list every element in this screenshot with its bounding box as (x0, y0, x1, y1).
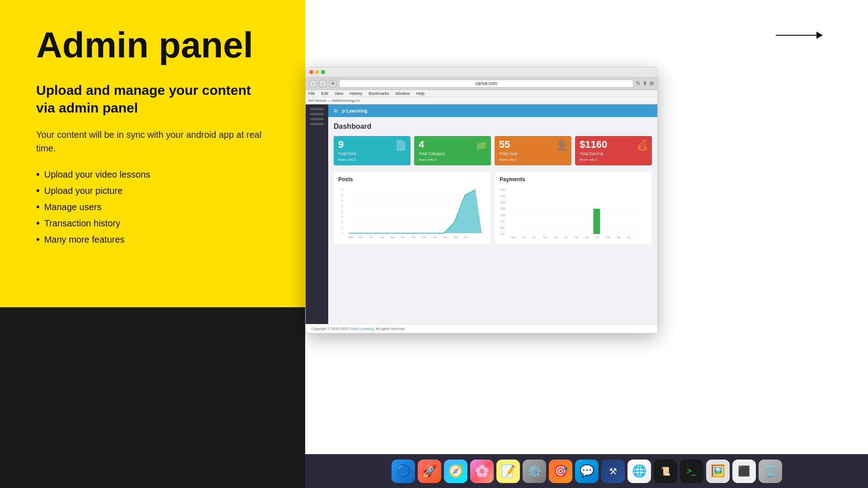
posts-chart-title: Posts (338, 176, 486, 183)
mac-dock: 🔵 🚀 🧭 🌸 📝 ⚙️ 🎯 💬 ⚒ 🌐 📜 >_ 🖼️ ⬛ 🗑️ (305, 454, 868, 488)
browser-toolbar: ‹ › ⊡ canva.com ↻ ⬆ ⊞ (306, 77, 657, 90)
svg-text:6: 6 (341, 205, 343, 207)
feature-item-4: Transaction history (36, 215, 269, 231)
menu-view[interactable]: View (335, 91, 343, 96)
hamburger-icon[interactable]: ≡ (334, 107, 337, 114)
sidebar-icon-3[interactable] (310, 118, 324, 120)
maximize-button[interactable] (321, 70, 325, 74)
svg-text:7: 7 (341, 199, 343, 202)
dock-focus[interactable]: 🎯 (549, 460, 572, 483)
stat-label-earning: Total Earning (580, 151, 647, 156)
sidebar-icon-4[interactable] (310, 123, 324, 125)
svg-text:2000: 2000 (500, 188, 505, 191)
dock-launchpad[interactable]: 🚀 (418, 460, 441, 483)
svg-text:1500: 1500 (500, 201, 505, 204)
stat-card-category: 4 Total Category More Info ℹ 📁 (414, 136, 491, 165)
menu-window[interactable]: Window (395, 91, 410, 96)
menu-edit[interactable]: Edit (321, 91, 329, 96)
sidebar-icon-1[interactable] (310, 108, 324, 110)
menu-bookmarks[interactable]: Bookmarks (368, 91, 389, 96)
svg-text:Nov: Nov (412, 236, 416, 239)
forward-button[interactable]: › (319, 80, 326, 87)
svg-text:Mar: Mar (617, 236, 621, 239)
dock-qr[interactable]: ⬛ (732, 460, 756, 483)
sidebar-icon-2[interactable] (310, 113, 324, 115)
feature-item-2: Upload your picture (36, 183, 269, 199)
back-button[interactable]: ‹ (309, 80, 316, 87)
menu-history[interactable]: History (349, 91, 362, 96)
description: Your content will be in sync with your a… (36, 128, 269, 155)
stat-cards: 9 Total Post More Info ℹ 📄 4 Total Categ… (334, 136, 652, 165)
share-button[interactable]: ⬆ (643, 80, 647, 86)
left-panel: Admin panel Upload and manage your conte… (0, 0, 305, 488)
reload-button[interactable]: ↻ (636, 80, 640, 86)
svg-text:5: 5 (341, 210, 343, 213)
stat-icon-posts: 📄 (395, 140, 407, 151)
svg-rect-46 (593, 209, 600, 234)
dock-preview[interactable]: 🖼️ (706, 460, 730, 483)
svg-text:Sep: Sep (391, 236, 395, 239)
stat-more-earning[interactable]: More Info ℹ (580, 158, 647, 162)
dock-xcode[interactable]: ⚒ (601, 460, 625, 483)
svg-text:Mar: Mar (454, 236, 458, 239)
dashboard-area: Dashboard 9 Total Post More Info ℹ 📄 4 T… (328, 117, 657, 249)
stat-more-posts[interactable]: More Info ℹ (338, 158, 406, 162)
browser-window: ‹ › ⊡ canva.com ↻ ⬆ ⊞ File Edit View His… (305, 67, 658, 333)
dock-notes[interactable]: 📝 (496, 460, 520, 483)
close-button[interactable] (309, 70, 313, 74)
stat-label-users: Total User (499, 151, 567, 156)
admin-footer: Copyright © 2020-2022 Video Learning. Al… (328, 324, 657, 333)
dock-safari[interactable]: 🧭 (444, 460, 467, 483)
svg-text:Apr: Apr (464, 236, 468, 239)
svg-text:2: 2 (341, 226, 343, 229)
menu-help[interactable]: Help (416, 91, 425, 96)
menu-file[interactable]: File (308, 91, 315, 96)
feature-list: Upload your video lessons Upload your pi… (36, 166, 269, 248)
dock-notes2[interactable]: 📜 (654, 460, 677, 483)
subtitle: Upload and manage your content via admin… (36, 81, 269, 117)
yellow-section: Admin panel Upload and manage your conte… (0, 0, 305, 307)
svg-text:Sep: Sep (554, 236, 558, 239)
payments-chart-area: 2000 1750 1500 1250 1000 750 500 250 (500, 186, 647, 240)
svg-text:Jun: Jun (359, 236, 363, 239)
payments-chart-title: Payments (500, 176, 647, 183)
browser-titlebar (306, 67, 657, 77)
arrow-decoration (776, 32, 823, 39)
svg-text:Jul: Jul (533, 236, 535, 239)
dock-finder[interactable]: 🔵 (392, 460, 415, 483)
minimize-button[interactable] (315, 70, 319, 74)
secondary-bar: Not Secure — fwdtechnology.co (306, 97, 657, 104)
stat-card-earning: $1160 Total Earning More Info ℹ 💰 (575, 136, 652, 165)
url-text: canva.com (475, 81, 497, 86)
svg-text:Jan: Jan (596, 236, 599, 239)
stat-card-posts: 9 Total Post More Info ℹ 📄 (334, 136, 410, 165)
svg-text:May: May (349, 236, 353, 239)
dock-skype[interactable]: 💬 (575, 460, 599, 483)
payments-chart-svg: 2000 1750 1500 1250 1000 750 500 250 (500, 186, 647, 240)
stat-label-posts: Total Post (338, 151, 406, 156)
admin-content: ≡ p Learning Dashboard 9 Total Post More… (306, 104, 657, 333)
svg-text:Feb: Feb (606, 236, 610, 239)
dock-photos[interactable]: 🌸 (470, 460, 494, 483)
reader-button[interactable]: ⊡ (329, 80, 336, 87)
svg-text:Nov: Nov (575, 236, 579, 239)
sidebar-button[interactable]: ⊞ (650, 80, 654, 86)
dock-chrome[interactable]: 🌐 (627, 460, 651, 483)
dock-terminal[interactable]: >_ (680, 460, 703, 483)
payments-chart-box: Payments 2000 1750 1500 1250 1000 750 (495, 172, 652, 244)
stat-more-category[interactable]: More Info ℹ (419, 158, 486, 162)
dock-system-preferences[interactable]: ⚙️ (523, 460, 546, 483)
svg-text:4: 4 (341, 216, 343, 218)
svg-text:Feb: Feb (443, 236, 448, 239)
address-bar[interactable]: canva.com (339, 80, 633, 88)
stat-label-category: Total Category (419, 151, 486, 156)
charts-row: Posts 9 8 7 6 5 4 3 (334, 172, 652, 244)
stat-card-users: 55 Total User More Info ℹ 👤 (495, 136, 571, 165)
svg-text:Aug: Aug (380, 236, 384, 239)
dock-trash[interactable]: 🗑️ (759, 460, 782, 483)
svg-text:Oct: Oct (401, 236, 405, 239)
black-section (0, 307, 305, 488)
footer-text: Copyright © 2020-2022 Video Learning. Al… (328, 327, 406, 331)
footer-link[interactable]: Video Learning (349, 327, 374, 331)
stat-more-users[interactable]: More Info ℹ (499, 158, 567, 162)
